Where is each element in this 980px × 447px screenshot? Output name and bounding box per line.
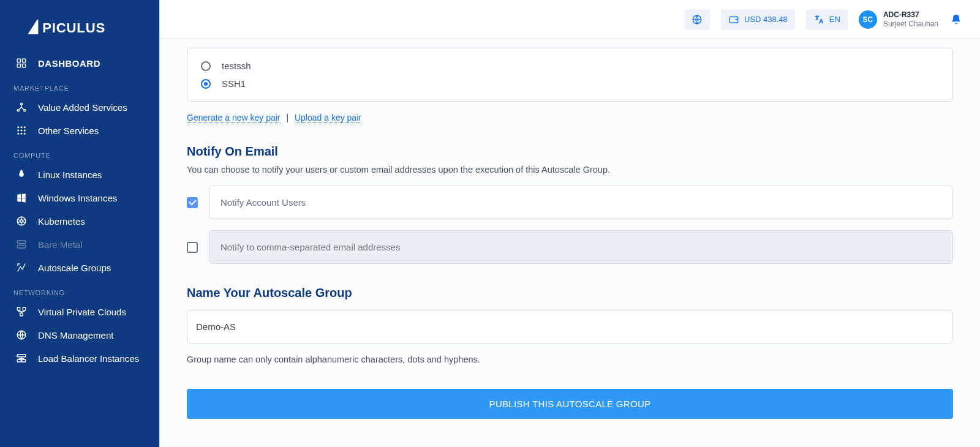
globe-icon <box>692 14 703 25</box>
sidebar-item-lb[interactable]: Load Balancer Instances <box>0 347 159 370</box>
network-icon <box>16 102 27 113</box>
checkbox-notify-emails[interactable] <box>187 242 198 253</box>
sidebar-heading-networking: NETWORKING <box>0 279 159 300</box>
main: USD 438.48 EN SC ADC-R337 Surjeet Chauha… <box>159 0 980 447</box>
balance-label: USD 438.48 <box>744 15 788 24</box>
sidebar-item-label: Linux Instances <box>38 170 102 180</box>
sidebar-item-vpc[interactable]: Virtual Private Clouds <box>0 300 159 323</box>
topbar: USD 438.48 EN SC ADC-R337 Surjeet Chauha… <box>160 0 980 39</box>
globe-icon <box>16 329 27 340</box>
ssh-option-ssh1[interactable]: SSH1 <box>201 75 939 92</box>
ssh-option-label: SSH1 <box>222 78 246 89</box>
avatar: SC <box>859 10 877 29</box>
publish-button[interactable]: PUBLISH THIS AUTOSCALE GROUP <box>187 389 953 419</box>
sidebar-item-other[interactable]: Other Services <box>0 119 159 142</box>
sidebar-item-linux[interactable]: Linux Instances <box>0 163 159 186</box>
sidebar-item-windows[interactable]: Windows Instances <box>0 186 159 209</box>
sidebar-item-label: Other Services <box>38 126 99 136</box>
svg-point-16 <box>24 133 26 135</box>
ssh-option-testssh[interactable]: testssh <box>201 57 939 75</box>
sidebar-item-baremetal[interactable]: Bare Metal <box>0 233 159 256</box>
notify-emails-row <box>187 230 953 264</box>
sidebar-item-dashboard[interactable]: DASHBOARD <box>0 51 159 75</box>
sidebar-item-label: Bare Metal <box>38 239 83 250</box>
ssh-option-label: testssh <box>222 61 251 71</box>
sidebar: PICULUS DASHBOARD MARKETPLACE Value Adde… <box>0 0 159 447</box>
separator: | <box>282 113 295 122</box>
notify-description: You can choose to notify your users or c… <box>187 165 953 175</box>
wallet-icon <box>728 14 739 25</box>
svg-point-15 <box>21 133 23 135</box>
generate-key-link[interactable]: Generate a new key pair <box>187 113 281 123</box>
notify-title: Notify On Email <box>187 145 953 159</box>
linux-icon <box>16 169 27 180</box>
notify-emails-input[interactable] <box>209 230 953 264</box>
language-label: EN <box>829 15 840 24</box>
svg-rect-20 <box>17 246 26 249</box>
svg-rect-3 <box>17 64 20 67</box>
sidebar-item-vas[interactable]: Value Added Services <box>0 96 159 119</box>
sidebar-item-label: DNS Management <box>38 330 113 340</box>
svg-point-13 <box>24 130 26 132</box>
windows-icon <box>16 192 27 203</box>
svg-point-10 <box>24 126 26 128</box>
translate-icon <box>813 14 824 25</box>
radio-icon <box>201 79 211 89</box>
svg-rect-1 <box>17 59 20 62</box>
svg-point-11 <box>17 130 19 132</box>
svg-rect-4 <box>23 64 26 67</box>
sidebar-item-label: Value Added Services <box>38 102 127 113</box>
autoscale-icon <box>16 262 27 273</box>
svg-rect-26 <box>17 359 21 362</box>
sidebar-item-label: Kubernetes <box>38 216 85 227</box>
user-text: ADC-R337 Surjeet Chauhan <box>883 10 938 29</box>
ssh-key-card: testssh SSH1 <box>187 48 953 102</box>
upload-key-link[interactable]: Upload a key pair <box>295 113 361 123</box>
notify-account-label: Notify Account Users <box>209 186 953 219</box>
ssh-key-actions: Generate a new key pair | Upload a key p… <box>187 113 953 122</box>
brand-logo: PICULUS <box>0 0 159 51</box>
svg-point-12 <box>21 130 23 132</box>
name-helper: Group name can only contain alphanumeric… <box>187 355 953 364</box>
radio-icon <box>201 61 211 71</box>
content: testssh SSH1 Generate a new key pair | U… <box>160 39 980 447</box>
dashboard-icon <box>16 58 27 69</box>
svg-text:PICULUS: PICULUS <box>42 20 105 36</box>
sidebar-item-autoscale[interactable]: Autoscale Groups <box>0 256 159 279</box>
grid-icon <box>16 125 27 136</box>
kubernetes-icon <box>16 216 27 227</box>
group-name-input[interactable] <box>187 310 953 344</box>
user-menu[interactable]: SC ADC-R337 Surjeet Chauhan <box>859 10 938 29</box>
sidebar-item-label: Load Balancer Instances <box>38 353 139 364</box>
svg-rect-19 <box>17 241 26 244</box>
sidebar-item-label: Autoscale Groups <box>38 263 111 273</box>
vpc-icon <box>16 306 27 317</box>
name-title: Name Your Autoscale Group <box>187 286 953 300</box>
balance-chip[interactable]: USD 438.48 <box>721 9 795 30</box>
svg-point-8 <box>17 126 19 128</box>
svg-rect-27 <box>22 359 26 362</box>
notifications-button[interactable] <box>949 13 963 26</box>
svg-rect-2 <box>23 59 26 62</box>
sidebar-item-dns[interactable]: DNS Management <box>0 323 159 347</box>
region-select[interactable] <box>684 9 710 30</box>
sidebar-heading-marketplace: MARKETPLACE <box>0 75 159 96</box>
user-name: Surjeet Chauhan <box>883 20 938 29</box>
language-select[interactable]: EN <box>806 9 848 30</box>
svg-point-9 <box>21 126 23 128</box>
loadbalancer-icon <box>16 353 27 364</box>
sidebar-item-label: DASHBOARD <box>38 58 100 69</box>
user-code: ADC-R337 <box>883 10 938 20</box>
sidebar-heading-compute: COMPUTE <box>0 142 159 163</box>
server-icon <box>16 239 27 250</box>
checkbox-notify-account[interactable] <box>187 197 198 208</box>
sidebar-item-label: Windows Instances <box>38 193 117 203</box>
svg-point-14 <box>17 133 19 135</box>
sidebar-item-k8s[interactable]: Kubernetes <box>0 209 159 233</box>
sidebar-item-label: Virtual Private Clouds <box>38 307 126 317</box>
notify-account-row: Notify Account Users <box>187 186 953 219</box>
